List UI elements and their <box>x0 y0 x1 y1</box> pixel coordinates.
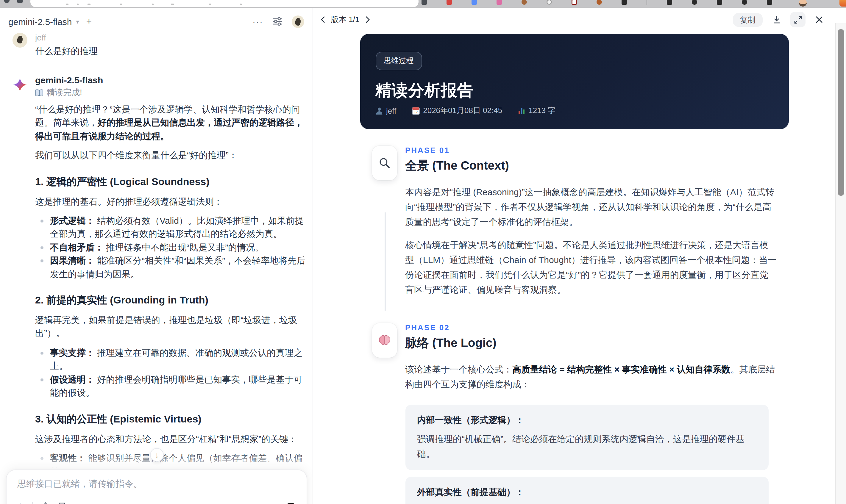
artifact-panel: 版本 1/1 复制 <box>313 8 846 504</box>
extension-strip <box>422 0 792 8</box>
card-title: 外部真实性（前提基础）： <box>417 487 756 498</box>
screenshot-viewport: gemini-2.5-flash ▾ + ··· <box>0 0 846 504</box>
model-settings-icon[interactable] <box>273 17 282 25</box>
browser-extension-icon[interactable] <box>692 0 697 5</box>
voice-input-button[interactable] <box>283 503 298 504</box>
list-item: 因果清晰： 能准确区分“相关性”和“因果关系”，不会轻率地将先后发生的事情归为因… <box>35 254 307 281</box>
paragraph: “什么是好的推理？”这是一个涉及逻辑学、认知科学和哲学核心的问题。简单来说，好的… <box>35 103 307 143</box>
browser-profile-avatar[interactable] <box>799 0 807 6</box>
report-meta: jeff 17 2026年01月08日 02:45 <box>375 105 556 116</box>
browser-extension-icon[interactable] <box>422 0 427 5</box>
expand-button[interactable] <box>790 12 806 28</box>
user-avatar[interactable] <box>292 15 304 28</box>
browser-reload-icon[interactable] <box>4 0 10 3</box>
scrollbar-track[interactable] <box>835 23 846 504</box>
user-icon <box>375 107 383 114</box>
browser-extension-icon[interactable] <box>496 0 502 5</box>
report-hero: 思维过程 精读分析报告 jeff 17 <box>360 34 789 129</box>
assistant-status: 精读完成! <box>35 88 82 98</box>
skills-icon[interactable] <box>41 502 50 504</box>
artifact-toolbar: 版本 1/1 复制 <box>313 11 834 28</box>
composer-divider <box>32 502 32 504</box>
version-label: 版本 1/1 <box>331 14 359 25</box>
message-composer: 思维接口已就绪，请传输指令。 + <box>6 469 307 504</box>
next-version-button[interactable] <box>365 16 370 23</box>
browser-extension-icon[interactable] <box>446 0 452 5</box>
browser-extension-icon[interactable] <box>571 0 577 5</box>
paragraph: 我们可以从以下四个维度来衡量什么是“好的推理”： <box>35 149 307 162</box>
phase-title: 全景 (The Context) <box>405 158 777 174</box>
browser-extension-icon[interactable] <box>717 0 722 5</box>
list-item: 不自相矛盾： 推理链条中不能出现“既是又非”的情况。 <box>35 241 307 254</box>
list-item: 形式逻辑： 结构必须有效（Valid）。比如演绎推理中，如果前提全部为真，那么通… <box>35 214 307 241</box>
author-meta: jeff <box>375 106 396 115</box>
scrollbar-thumb[interactable] <box>838 29 844 196</box>
user-message-avatar <box>13 33 28 48</box>
phase-paragraph: 本内容是对“推理 (Reasoning)”这一抽象概念的高层建模。在知识爆炸与人… <box>405 184 777 229</box>
assistant-message-name: gemini-2.5-flash <box>35 75 103 85</box>
bullet-list: 形式逻辑： 结构必须有效（Valid）。比如演绎推理中，如果前提全部为真，那么通… <box>35 214 307 281</box>
browser-extension-icon[interactable] <box>742 0 747 5</box>
user-message-text: 什么是好的推理 <box>35 46 98 57</box>
browser-toolbar <box>0 0 846 8</box>
date-meta: 17 2026年01月08日 02:45 <box>412 105 502 116</box>
browser-address-bar[interactable] <box>30 0 419 7</box>
bullet-list: 事实支撑： 推理建立在可靠的数据、准确的观测或公认的真理之上。 假设透明： 好的… <box>35 346 307 400</box>
browser-extension-icon[interactable] <box>472 0 477 5</box>
browser-extension-icon[interactable] <box>767 0 772 5</box>
app-window: gemini-2.5-flash ▾ + ··· <box>0 8 846 504</box>
close-button[interactable] <box>811 12 827 28</box>
section-heading: 1. 逻辑的严密性 (Logical Soundness) <box>35 175 307 188</box>
scroll-to-bottom-button[interactable]: ↓ <box>150 448 164 462</box>
paragraph: 这涉及推理者的心态和方法论，也是区分“杠精”和“思想家”的关键： <box>35 432 307 446</box>
section-heading: 2. 前提的真实性 (Grounding in Truth) <box>35 293 307 307</box>
svg-text:17: 17 <box>414 110 418 114</box>
word-count-meta: 1213 字 <box>518 105 556 116</box>
list-item: 假设透明： 好的推理会明确指明哪些是已知事实，哪些是基于可能的假设。 <box>35 373 307 400</box>
calendar-icon: 17 <box>412 107 419 114</box>
phase-paragraph: 核心情境在于解决“思考的随意性”问题。不论是人类通过批判性思维进行决策，还是大语… <box>405 237 777 297</box>
phase-title: 脉络 (The Logic) <box>405 335 777 351</box>
paragraph: 这是推理的基石。好的推理必须遵循逻辑法则： <box>35 195 307 208</box>
logic-card-2: 外部真实性（前提基础）： 强调推理的“经验校准”。解决“GIGO（垃圾进，垃圾出… <box>405 476 768 504</box>
download-button[interactable] <box>769 12 784 28</box>
assistant-message-body: “什么是好的推理？”这是一个涉及逻辑学、认知科学和哲学核心的问题。简单来说，好的… <box>35 97 307 504</box>
browser-extension-icon[interactable] <box>621 0 627 5</box>
chevron-down-icon[interactable]: ▾ <box>76 18 79 25</box>
report-title: 精读分析报告 <box>375 80 773 101</box>
bookmark-icon[interactable] <box>58 502 65 504</box>
book-icon <box>35 89 43 96</box>
browser-corner-icon[interactable] <box>840 0 846 6</box>
extension-divider <box>647 0 647 5</box>
phase-label: PHASE 01 <box>405 146 777 155</box>
hero-badge: 思维过程 <box>375 52 422 70</box>
card-title: 内部一致性（形式逻辑）： <box>417 415 756 426</box>
phase-section-2: PHASE 02 脉络 (The Logic) 该论述基于一个核心公式：高质量结… <box>360 323 789 504</box>
browser-extension-icon[interactable] <box>667 0 672 5</box>
browser-apps-icon[interactable] <box>17 0 23 3</box>
brain-icon <box>372 323 397 358</box>
model-selector[interactable]: gemini-2.5-flash <box>8 16 72 26</box>
phase-label: PHASE 02 <box>405 323 777 332</box>
list-item: 事实支撑： 推理建立在可靠的数据、准确的观测或公认的真理之上。 <box>35 346 307 373</box>
artifact-content: 思维过程 精读分析报告 jeff 17 <box>313 25 835 504</box>
magnifier-icon <box>372 146 397 180</box>
chat-header: gemini-2.5-flash ▾ + ··· <box>0 13 313 30</box>
message-input[interactable]: 思维接口已就绪，请传输指令。 <box>17 479 296 490</box>
copy-button[interactable]: 复制 <box>733 13 763 26</box>
user-message-name: jeff <box>35 33 46 42</box>
screen: gemini-2.5-flash ▾ + ··· <box>0 0 846 504</box>
browser-extension-icon[interactable] <box>597 0 602 5</box>
phase-paragraph: 该论述基于一个核心公式：高质量结论 = 结构完整性 × 事实准确性 × 认知自律… <box>405 362 777 392</box>
browser-extension-icon[interactable] <box>547 0 552 5</box>
phase-section-1: PHASE 01 全景 (The Context) 本内容是对“推理 (Reas… <box>360 146 789 305</box>
browser-extension-icon[interactable] <box>522 0 527 5</box>
section-heading: 3. 认知的公正性 (Epistemic Virtues) <box>35 412 307 426</box>
more-options-button[interactable]: ··· <box>252 17 263 26</box>
logic-card-1: 内部一致性（形式逻辑）： 强调推理的“机械正确”。结论必须在给定的规则系统内逻辑… <box>405 404 768 470</box>
gemini-logo-icon <box>13 78 27 92</box>
word-count-icon <box>518 107 525 114</box>
prev-version-button[interactable] <box>320 16 326 23</box>
new-chat-button[interactable]: + <box>86 17 92 26</box>
attach-button[interactable]: + <box>17 501 23 504</box>
